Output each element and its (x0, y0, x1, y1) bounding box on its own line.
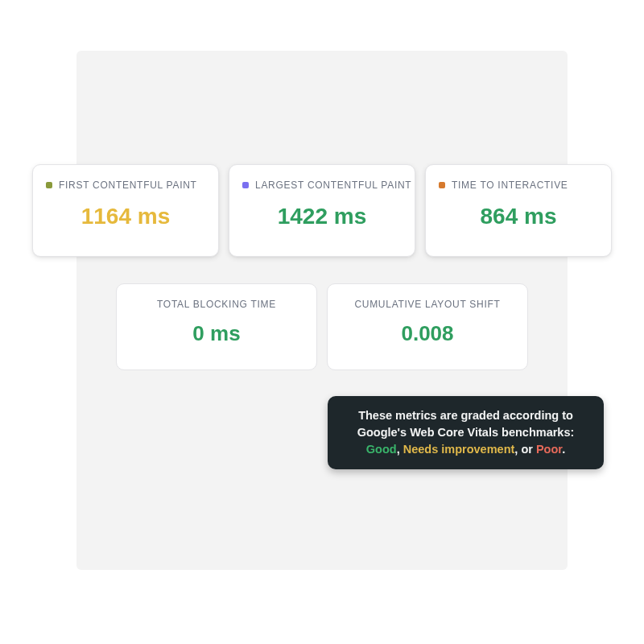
tooltip-grade-poor: Poor (536, 443, 562, 456)
metric-card-cls: CUMULATIVE LAYOUT SHIFT 0.008 (327, 283, 528, 370)
tooltip-text: These metrics are graded according to Go… (357, 409, 575, 439)
swatch-icon (46, 182, 52, 188)
metric-card-tti: TIME TO INTERACTIVE 864 ms (425, 164, 612, 257)
metrics-row-secondary: TOTAL BLOCKING TIME 0 ms CUMULATIVE LAYO… (116, 283, 528, 370)
metric-value: 1164 ms (81, 205, 171, 228)
tooltip-sep: , or (514, 443, 536, 456)
metric-label: FIRST CONTENTFUL PAINT (59, 180, 197, 191)
metric-value: 0 ms (192, 323, 240, 344)
metric-value: 0.008 (401, 323, 453, 344)
grading-tooltip: These metrics are graded according to Go… (328, 396, 604, 469)
metric-card-tbt: TOTAL BLOCKING TIME 0 ms (116, 283, 317, 370)
metric-label: LARGEST CONTENTFUL PAINT (255, 180, 411, 191)
metric-label: TIME TO INTERACTIVE (452, 180, 568, 191)
swatch-icon (439, 182, 445, 188)
metric-card-lcp: LARGEST CONTENTFUL PAINT 1422 ms (229, 164, 415, 257)
swatch-icon (242, 182, 249, 188)
tooltip-grade-good: Good (366, 443, 397, 456)
tooltip-suffix: . (562, 443, 565, 456)
tooltip-grade-warn: Needs improvement (403, 443, 515, 456)
metric-label: TOTAL BLOCKING TIME (157, 299, 276, 310)
metric-label: CUMULATIVE LAYOUT SHIFT (354, 299, 500, 310)
metrics-row-primary: FIRST CONTENTFUL PAINT 1164 ms LARGEST C… (32, 164, 612, 257)
metric-value: 864 ms (481, 205, 557, 228)
metric-card-fcp: FIRST CONTENTFUL PAINT 1164 ms (32, 164, 219, 257)
metric-value: 1422 ms (278, 205, 367, 228)
tooltip-sep: , (397, 443, 403, 456)
